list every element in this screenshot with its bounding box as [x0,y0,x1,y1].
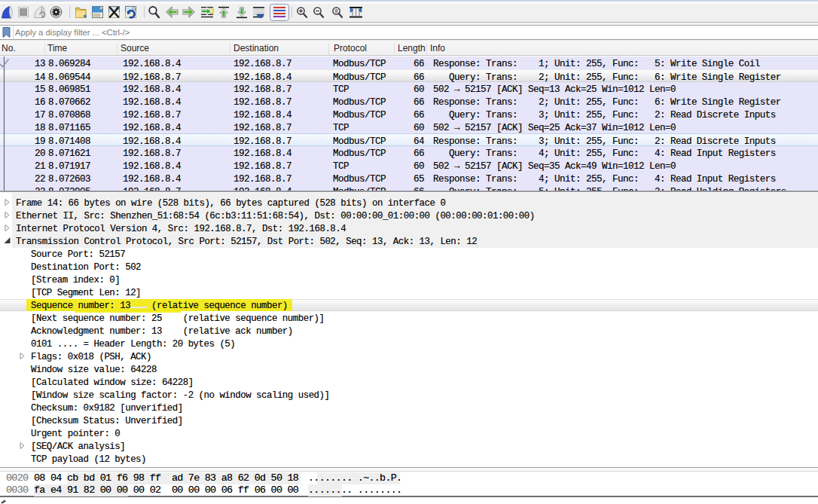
svg-text:010: 010 [93,13,100,17]
